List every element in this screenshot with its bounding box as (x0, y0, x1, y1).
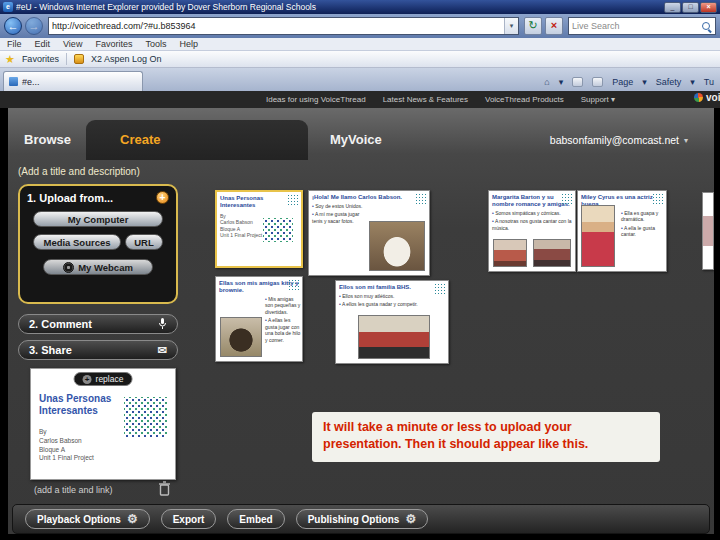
close-button[interactable]: × (700, 2, 717, 13)
preview-slide-title: Unas Personas Interesantes (39, 393, 120, 416)
stop-button[interactable]: × (545, 17, 563, 35)
safety-menu[interactable]: Safety (656, 77, 682, 87)
window-title: #eU - Windows Internet Explorer provided… (16, 2, 661, 12)
minimize-button[interactable]: _ (664, 2, 681, 13)
menu-favorites[interactable]: Favorites (95, 39, 132, 49)
slide-thumbnail-4[interactable]: Miley Cyrus es una actriz buena. Ella es… (577, 190, 667, 272)
dot-pattern (124, 397, 168, 437)
upload-header: 1. Upload from... + (27, 191, 169, 204)
search-input[interactable] (572, 21, 701, 31)
slide-thumbnail-5[interactable]: Ellas son mis amigas kitty y brownie. Mi… (215, 276, 303, 362)
back-button[interactable]: ← (4, 17, 22, 35)
home-icon[interactable]: ⌂ (544, 77, 549, 87)
tab-favicon (9, 77, 18, 86)
browser-window: e #eU - Windows Internet Explorer provid… (0, 0, 720, 540)
address-bar: ▾ (48, 17, 519, 35)
feeds-icon[interactable] (572, 77, 583, 87)
upload-source-row: Media Sources URL (33, 234, 163, 250)
share-button[interactable]: 3. Share ✉ (18, 340, 178, 360)
pages-icon (288, 279, 300, 291)
search-box (568, 17, 716, 35)
add-title-description[interactable]: (Add a title and description) (18, 166, 140, 177)
replace-plus-icon: + (83, 375, 92, 384)
upload-panel: 1. Upload from... + My Computer Media So… (18, 184, 178, 304)
playback-options-button[interactable]: Playback Options ⚙ (25, 509, 150, 529)
friends-photo-1 (493, 239, 527, 267)
replace-button[interactable]: + replace (74, 372, 133, 386)
page-menu-chevron-icon[interactable]: ▾ (642, 77, 647, 87)
safety-menu-chevron-icon[interactable]: ▾ (690, 77, 695, 87)
export-button[interactable]: Export (161, 509, 217, 529)
instruction-message: It will take a minute or less to upload … (312, 412, 660, 462)
navigation-bar: ← → ▾ ↻ × (0, 14, 720, 38)
nav-link-products[interactable]: VoiceThread Products (485, 95, 564, 104)
page-menu[interactable]: Page (612, 77, 633, 87)
step1-label: 1. Upload from... (27, 192, 113, 204)
trash-icon[interactable] (158, 481, 171, 496)
pages-icon (561, 193, 573, 205)
title-bar: e #eU - Windows Internet Explorer provid… (0, 0, 720, 14)
envelope-icon: ✉ (158, 344, 167, 357)
embed-button[interactable]: Embed (227, 509, 284, 529)
voicethread-logo-icon (694, 93, 703, 102)
slide-preview[interactable]: + replace Unas Personas Interesantes By … (30, 368, 176, 480)
my-webcam-button[interactable]: My Webcam (43, 259, 153, 275)
slide-thumbnail-1[interactable]: Unas Personas Interesantes By Carlos Bab… (215, 190, 303, 268)
menu-view[interactable]: View (63, 39, 82, 49)
tab-create[interactable]: Create (120, 132, 160, 147)
address-dropdown-icon[interactable]: ▾ (504, 18, 518, 34)
favorites-star-icon: ★ (5, 54, 15, 65)
url-button[interactable]: URL (125, 234, 163, 250)
home-dropdown-icon[interactable]: ▾ (559, 77, 564, 87)
cat-photo (220, 317, 262, 357)
command-bar: ⌂ ▾ Page ▾ Safety ▾ Tu (538, 77, 720, 91)
pages-icon (434, 283, 446, 295)
publishing-options-button[interactable]: Publishing Options ⚙ (296, 509, 428, 529)
menu-edit[interactable]: Edit (35, 39, 51, 49)
media-sources-button[interactable]: Media Sources (33, 234, 121, 250)
refresh-button[interactable]: ↻ (524, 17, 542, 35)
family-photo (358, 315, 430, 359)
account-menu[interactable]: babsonfamily@comcast.net ▾ (550, 134, 688, 146)
address-input[interactable] (52, 21, 504, 31)
nav-link-news[interactable]: Latest News & Features (383, 95, 468, 104)
maximize-button[interactable]: □ (682, 2, 699, 13)
my-computer-button[interactable]: My Computer (33, 211, 163, 227)
favorites-button[interactable]: Favorites (22, 54, 59, 64)
gear-icon: ⚙ (127, 513, 138, 525)
search-icon[interactable] (701, 21, 712, 32)
tab-bar: #e... ⌂ ▾ Page ▾ Safety ▾ Tu (0, 68, 720, 91)
preview-slide-byline: By Carlos Babson Bloque A Unit 1 Final P… (39, 428, 120, 463)
slide-thumbnail-partial[interactable] (702, 192, 714, 270)
tab-browse[interactable]: Browse (24, 132, 71, 147)
menu-file[interactable]: File (7, 39, 22, 49)
add-plus-icon[interactable]: + (156, 191, 169, 204)
bottom-toolbar: Playback Options ⚙ Export Embed Publishi… (12, 504, 710, 534)
pages-icon (415, 193, 427, 205)
slide-thumbnail-3[interactable]: Margarita Barton y su nombre romance y a… (488, 190, 576, 272)
forward-button[interactable]: → (25, 17, 43, 35)
tab-myvoice[interactable]: MyVoice (330, 132, 382, 147)
nav-link-ideas[interactable]: Ideas for using VoiceThread (266, 95, 366, 104)
dog-photo (369, 221, 425, 271)
favorites-bar: ★ Favorites X2 Aspen Log On (0, 51, 720, 68)
support-chevron-icon: ▾ (611, 95, 615, 104)
slide-thumbnail-2[interactable]: ¡Hola! Me llamo Carlos Babson. Soy de es… (308, 190, 430, 276)
comment-button[interactable]: 2. Comment (18, 314, 178, 334)
menu-tools[interactable]: Tools (145, 39, 166, 49)
tools-menu[interactable]: Tu (704, 77, 714, 87)
voicethread-nav: Ideas for using VoiceThread Latest News … (0, 91, 720, 108)
menu-help[interactable]: Help (179, 39, 198, 49)
account-email: babsonfamily@comcast.net (550, 134, 679, 146)
nav-link-support[interactable]: Support ▾ (581, 95, 615, 104)
slide-thumbnail-6[interactable]: Ellos son mi familia BHS. Ellos son muy … (335, 280, 449, 364)
dot-pattern (263, 218, 293, 242)
separator (66, 53, 67, 65)
print-icon[interactable] (592, 77, 603, 87)
favorite-link-x2-aspen[interactable]: X2 Aspen Log On (91, 54, 162, 64)
browser-tab[interactable]: #e... (3, 71, 143, 91)
menu-bar: File Edit View Favorites Tools Help (0, 38, 720, 51)
voicethread-logo[interactable]: voicethread (694, 92, 720, 103)
window-controls: _ □ × (664, 2, 717, 13)
add-title-link[interactable]: (add a title and link) (34, 485, 113, 495)
